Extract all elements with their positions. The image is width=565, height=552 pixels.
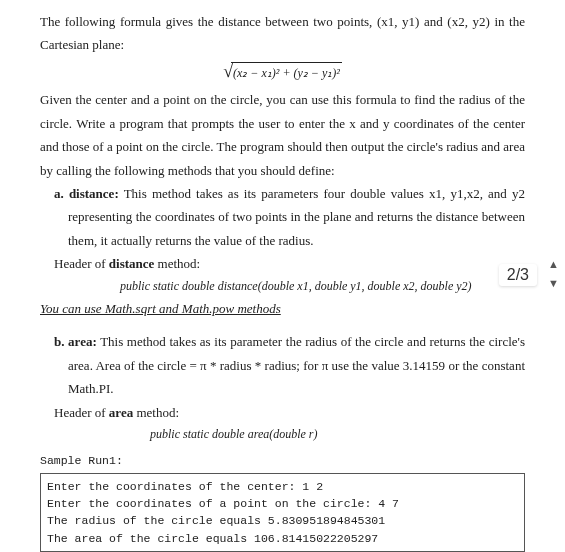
item-a-desc: This method takes as its parameters four… xyxy=(68,186,525,248)
sample-line: The area of the circle equals 106.814150… xyxy=(47,530,518,547)
item-b-desc: This method takes as its parameter the r… xyxy=(68,334,525,396)
item-a: a. distance: This method takes as its pa… xyxy=(40,182,525,252)
intro-paragraph-1: The following formula gives the distance… xyxy=(40,10,525,57)
sample-run-box: Enter the coordinates of the center: 1 2… xyxy=(40,473,525,552)
spacer xyxy=(40,320,525,330)
sample-line: Enter the coordinates of a point on the … xyxy=(47,495,518,512)
item-b-title: area: xyxy=(68,334,97,349)
distance-formula: √ (x₂ − x₁)² + (y₂ − y₁)² xyxy=(40,61,525,85)
distance-header-line: Header of distance method: xyxy=(40,252,525,275)
scroll-arrows[interactable]: ▲ ▼ xyxy=(548,258,559,290)
arrow-down-icon[interactable]: ▼ xyxy=(548,277,559,290)
sample-line: Enter the coordinates of the center: 1 2 xyxy=(47,478,518,495)
intro-paragraph-2: Given the center and a point on the circ… xyxy=(40,88,525,182)
math-note: You can use Math.sqrt and Math.pow metho… xyxy=(40,297,525,320)
page-indicator: 2/3 xyxy=(499,264,537,286)
area-signature: public static double area(double r) xyxy=(40,424,525,446)
item-a-label: a. xyxy=(54,186,64,201)
area-header-line: Header of area method: xyxy=(40,401,525,424)
formula-body: (x₂ − x₁)² + (y₂ − y₁)² xyxy=(231,62,342,85)
item-a-title: distance: xyxy=(69,186,119,201)
item-b: b. area: This method takes as its parame… xyxy=(40,330,525,400)
item-b-label: b. xyxy=(54,334,64,349)
distance-signature: public static double distance(double x1,… xyxy=(40,276,525,298)
arrow-up-icon[interactable]: ▲ xyxy=(548,258,559,271)
document-page: The following formula gives the distance… xyxy=(0,0,565,552)
sample-run-title: Sample Run1: xyxy=(40,452,525,469)
sample-line: The radius of the circle equals 5.830951… xyxy=(47,512,518,529)
